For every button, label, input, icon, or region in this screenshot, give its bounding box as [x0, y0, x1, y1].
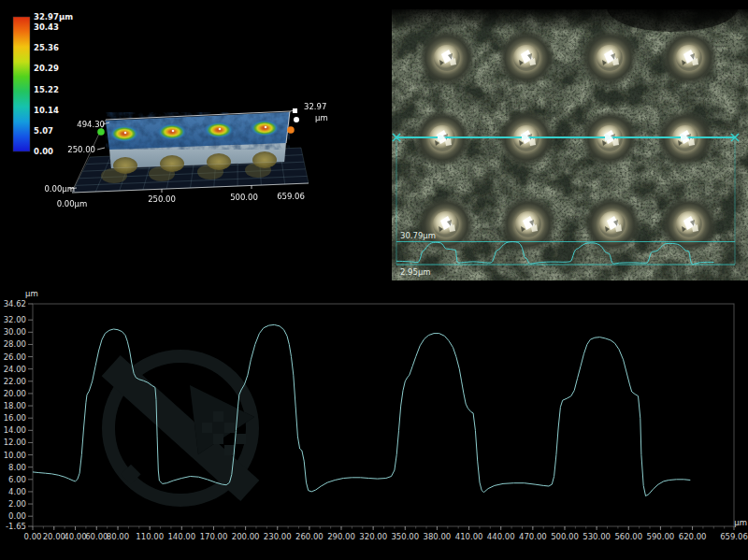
x-tick-label: 530.00: [583, 532, 611, 541]
x-tick-label: 410.00: [455, 532, 483, 541]
x-tick-label: 0.00: [24, 532, 42, 541]
colorbar-label: 25.36: [34, 43, 59, 52]
x-tick-label: 500.00: [551, 532, 579, 541]
y-tick-label: 2.00: [8, 499, 26, 509]
y-axis-ticks: 34.6232.0030.0028.0026.0024.0022.0020.00…: [4, 299, 33, 531]
top-end-marker[interactable]: [294, 117, 299, 122]
x-tick-label: 620.00: [679, 532, 707, 541]
solder-bump: [581, 29, 639, 87]
y-tick-label: 12.00: [4, 438, 26, 447]
x-axis-label-0: 0.00µm: [57, 199, 88, 208]
y-axis-unit-label: µm: [25, 289, 38, 298]
colorbar-label: 10.14: [34, 106, 59, 115]
solder-bump: [499, 195, 557, 253]
x-axis-unit-label: µm: [734, 518, 747, 527]
profile-right-end-marker[interactable]: [287, 126, 295, 134]
inset-max-label: 30.79µm: [400, 231, 436, 240]
watermark-logo: [102, 355, 260, 501]
surface-3d-view[interactable]: 32.97µm30.4325.3620.2915.2210.145.070.00: [0, 0, 392, 280]
x-axis-label-250: 250.00: [148, 194, 176, 204]
height-max-label: 32.97: [304, 102, 326, 111]
y-tick-label: 24.00: [4, 365, 26, 374]
x-tick-label: 230.00: [264, 532, 292, 541]
x-tick-label: 470.00: [519, 532, 547, 541]
analysis-app-root: 32.97µm30.4325.3620.2915.2210.145.070.00: [0, 0, 748, 560]
x-tick-label: 110.00: [136, 532, 164, 541]
solder-bump: [417, 195, 475, 253]
y-tick-label: 18.00: [4, 401, 26, 410]
x-tick-label: 140.00: [167, 532, 195, 541]
solder-bump: [497, 29, 555, 87]
z-axis-label-top: 494.30: [77, 120, 105, 129]
x-tick-label: 260.00: [295, 532, 324, 541]
x-tick-label: 560.00: [614, 532, 642, 541]
x-tick-label: 60.00: [85, 532, 108, 541]
colorbar-label: 5.07: [34, 126, 53, 136]
x-axis-label-500: 500.00: [230, 193, 258, 202]
profile-chart: µm µm 34.6232.0030.0028.0026.0024.0022.0…: [0, 280, 748, 560]
y-tick-label: 30.00: [4, 327, 26, 337]
z-axis-label-zero: 0.00µm: [44, 184, 75, 194]
y-tick-label: 0.00: [8, 511, 26, 521]
y-tick-label: 14.00: [4, 425, 26, 435]
x-tick-label: 20.00: [43, 532, 65, 541]
height-unit-label: µm: [315, 113, 328, 122]
colorbar-label: 32.97µm: [34, 12, 73, 22]
surface-3d-scene: 494.30 250.00 0.00µm 0.00µm 250.00 500.0…: [44, 102, 327, 208]
x-tick-label: 320.00: [359, 532, 387, 541]
y-tick-label: 28.00: [4, 339, 26, 349]
colorbar-label: 30.43: [34, 22, 59, 32]
colorbar-label: 15.22: [34, 85, 59, 94]
microscope-image-view[interactable]: 30.79µm 2.95µm: [392, 0, 748, 280]
x-tick-label: 380.00: [424, 532, 452, 541]
x-tick-label: 200.00: [232, 532, 260, 541]
height-colorbar: 32.97µm30.4325.3620.2915.2210.145.070.00: [13, 12, 73, 156]
y-tick-label: 20.00: [4, 389, 26, 398]
x-tick-label: 350.00: [391, 532, 419, 541]
z-axis-label-mid: 250.00: [67, 145, 95, 154]
y-tick-label: 26.00: [4, 352, 26, 362]
solder-bump: [660, 195, 718, 253]
colorbar-label: 0.00: [34, 147, 53, 156]
x-axis-label-659: 659.06: [277, 192, 305, 201]
profile-left-end-marker[interactable]: [97, 128, 105, 136]
y-tick-label: 22.00: [4, 377, 26, 386]
y-tick-label: 8.00: [8, 463, 26, 472]
y-tick-label: 4.00: [8, 487, 26, 496]
x-tick-label: 290.00: [327, 532, 355, 541]
inset-min-label: 2.95µm: [400, 267, 431, 277]
height-max-marker: [293, 108, 297, 113]
y-tick-label: 16.00: [4, 413, 26, 423]
solder-bump: [583, 195, 641, 253]
x-tick-label: 40.00: [64, 532, 86, 541]
x-axis-ticks: 0.0020.0040.0060.0080.00110.00140.00170.…: [24, 526, 748, 541]
y-tick-label: -1.65: [6, 522, 26, 531]
x-tick-label: 170.00: [200, 532, 228, 541]
y-tick-label: 32.00: [4, 315, 26, 324]
x-tick-label: 80.00: [107, 532, 129, 541]
solder-bump: [418, 29, 476, 87]
x-tick-label: 659.06: [720, 532, 748, 541]
y-tick-label: 6.00: [8, 475, 26, 484]
x-tick-label: 590.00: [647, 532, 675, 541]
y-tick-label: 10.00: [4, 451, 26, 460]
colorbar-label: 20.29: [34, 64, 59, 73]
solder-bump: [660, 29, 718, 87]
x-tick-label: 440.00: [487, 532, 515, 541]
y-tick-label: 34.62: [4, 299, 26, 309]
